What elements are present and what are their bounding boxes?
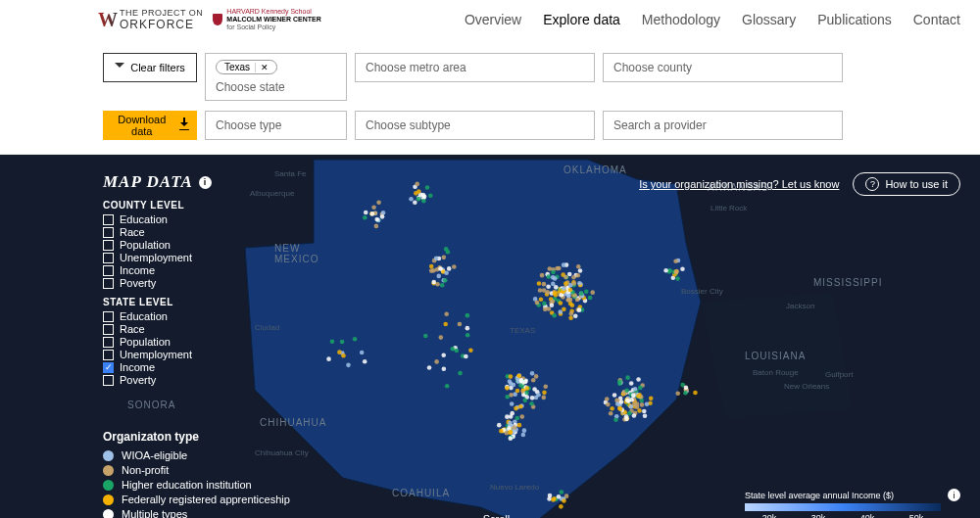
svg-point-49 — [538, 288, 543, 293]
svg-point-232 — [542, 391, 547, 396]
harvard-logo[interactable]: HARVARD Kennedy School MALCOLM WIENER CE… — [213, 8, 320, 30]
svg-point-157 — [625, 375, 630, 380]
svg-point-200 — [645, 401, 650, 406]
svg-point-409 — [442, 366, 447, 371]
svg-point-85 — [537, 281, 542, 286]
nav-methodology[interactable]: Methodology — [642, 12, 720, 27]
svg-point-204 — [625, 398, 630, 402]
svg-point-88 — [551, 270, 556, 275]
remove-chip-icon[interactable]: ✕ — [261, 63, 269, 72]
svg-point-238 — [531, 378, 536, 383]
svg-point-346 — [363, 215, 368, 220]
county-chk-education[interactable]: Education — [103, 213, 212, 225]
svg-point-291 — [499, 429, 504, 434]
info-icon[interactable]: i — [199, 176, 212, 189]
svg-point-320 — [442, 256, 447, 260]
map-label: Gulfport — [825, 370, 853, 379]
type-select[interactable]: Choose type — [205, 111, 347, 140]
svg-point-349 — [374, 224, 379, 229]
scroll-indicator[interactable]: ⌄ Scroll — [470, 512, 511, 518]
subtype-select[interactable]: Choose subtype — [355, 111, 595, 140]
svg-point-359 — [428, 193, 433, 198]
svg-point-83 — [579, 291, 584, 296]
checkbox-icon — [103, 362, 114, 373]
how-to-use-button[interactable]: ? How to use it — [853, 172, 960, 196]
svg-point-401 — [360, 351, 365, 355]
checkbox-icon — [103, 240, 114, 251]
svg-point-104 — [551, 299, 556, 304]
svg-point-254 — [515, 389, 520, 394]
svg-point-102 — [540, 273, 545, 278]
map-label: MISSISSIPPI — [813, 277, 882, 288]
svg-point-265 — [510, 401, 514, 406]
svg-point-260 — [519, 378, 524, 383]
checkbox-icon — [103, 311, 114, 322]
state-chk-race[interactable]: Race — [103, 323, 212, 335]
workforce-logo[interactable]: W THE PROJECT ON ORKFORCE — [98, 8, 203, 31]
svg-point-327 — [436, 274, 441, 279]
county-select[interactable]: Choose county — [603, 53, 843, 82]
state-chk-poverty[interactable]: Poverty — [103, 374, 212, 386]
legend-federally-registered-apprenticeship: Federally registered apprenticeship — [103, 494, 290, 505]
county-chk-income[interactable]: Income — [103, 264, 212, 276]
map-label: Ciudad — [255, 323, 279, 332]
svg-point-334 — [434, 256, 439, 260]
map[interactable]: MAP DATA i COUNTY LEVEL EducationRacePop… — [0, 155, 980, 518]
svg-point-309 — [505, 414, 510, 419]
state-chk-income[interactable]: Income — [103, 361, 212, 373]
map-label: Nuevo Laredo — [490, 483, 539, 492]
svg-point-390 — [562, 498, 566, 503]
svg-point-385 — [559, 504, 564, 509]
county-chk-unemployment[interactable]: Unemployment — [103, 252, 212, 263]
state-select[interactable]: Texas | ✕ Choose state — [205, 53, 347, 101]
clear-filters-button[interactable]: Clear filters — [103, 53, 197, 82]
checkbox-icon — [103, 214, 114, 225]
state-chk-unemployment[interactable]: Unemployment — [103, 349, 212, 360]
map-label: Jackson — [786, 302, 814, 310]
state-chip[interactable]: Texas | ✕ — [216, 60, 277, 74]
org-type-title: Organizaton type — [103, 430, 290, 444]
search-provider-input[interactable]: Search a provider — [603, 111, 843, 140]
nav-overview[interactable]: Overview — [465, 12, 521, 27]
svg-point-120 — [629, 381, 634, 386]
svg-point-427 — [683, 391, 688, 396]
svg-point-99 — [545, 290, 550, 295]
state-chk-education[interactable]: Education — [103, 310, 212, 322]
svg-point-206 — [631, 393, 636, 398]
svg-point-211 — [541, 396, 546, 400]
svg-point-118 — [546, 284, 551, 289]
missing-org-link[interactable]: Is your organization missing? Let us kno… — [639, 178, 839, 190]
main-nav: OverviewExplore dataMethodologyGlossaryP… — [465, 12, 960, 27]
county-chk-race[interactable]: Race — [103, 226, 212, 238]
svg-point-208 — [627, 411, 632, 416]
svg-point-168 — [638, 386, 643, 391]
svg-point-384 — [547, 496, 552, 501]
download-button[interactable]: Download data — [103, 111, 197, 140]
svg-point-244 — [518, 404, 523, 409]
svg-point-326 — [429, 264, 434, 269]
svg-point-100 — [564, 275, 568, 280]
svg-point-274 — [514, 416, 519, 421]
county-level-label: COUNTY LEVEL — [103, 200, 212, 211]
state-chk-population[interactable]: Population — [103, 336, 212, 348]
svg-point-112 — [562, 286, 566, 291]
svg-point-207 — [629, 404, 634, 409]
county-chk-population[interactable]: Population — [103, 239, 212, 251]
map-label: Santa Fe — [274, 169, 306, 178]
svg-point-297 — [519, 414, 524, 419]
nav-contact[interactable]: Contact — [913, 12, 960, 27]
nav-publications[interactable]: Publications — [817, 12, 892, 27]
nav-glossary[interactable]: Glossary — [742, 12, 796, 27]
county-chk-poverty[interactable]: Poverty — [103, 277, 212, 289]
svg-point-428 — [684, 385, 689, 390]
svg-point-13 — [542, 302, 547, 306]
metro-select[interactable]: Choose metro area — [355, 53, 595, 82]
svg-point-96 — [554, 293, 559, 298]
svg-point-56 — [590, 290, 595, 295]
svg-point-111 — [566, 294, 571, 299]
svg-point-307 — [510, 411, 514, 416]
nav-explore-data[interactable]: Explore data — [543, 12, 620, 27]
svg-point-209 — [619, 400, 624, 404]
info-icon[interactable]: i — [948, 489, 960, 501]
svg-point-180 — [617, 381, 622, 386]
